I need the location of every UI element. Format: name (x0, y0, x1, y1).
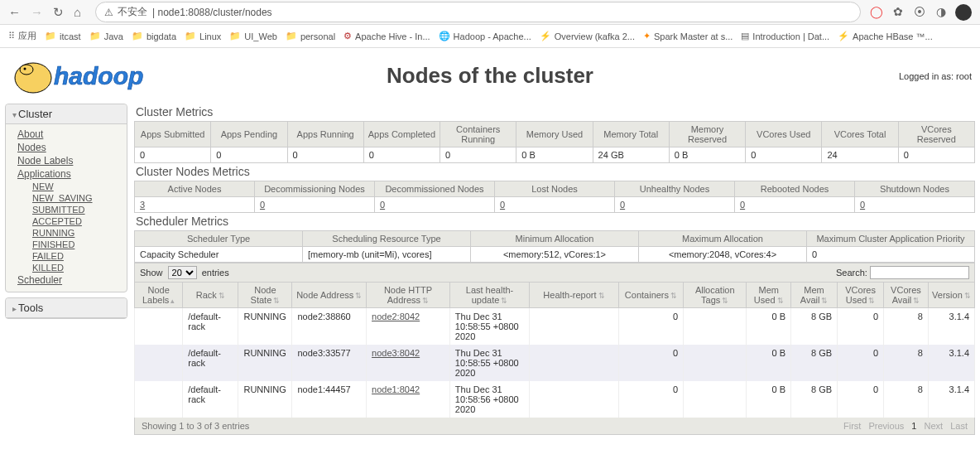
main-content: Cluster Metrics Apps Submitted Apps Pend… (134, 104, 975, 435)
active-nodes-link[interactable]: 3 (135, 197, 255, 213)
node-http-link[interactable]: node3:8042 (372, 348, 420, 358)
sidebar-link-app-killed[interactable]: KILLED (32, 262, 120, 273)
th-addr[interactable]: Node Address⇅ (292, 283, 367, 308)
sidebar-link-nodes[interactable]: Nodes (17, 141, 120, 154)
th-state[interactable]: Node State⇅ (238, 283, 292, 308)
node-http-link[interactable]: node2:8042 (372, 312, 420, 321)
cm-val: 0 (440, 147, 516, 163)
sidebar-link-scheduler[interactable]: Scheduler (17, 273, 120, 287)
extension-icon-3[interactable]: ◑ (934, 5, 949, 20)
cell-state: RUNNING (238, 381, 292, 418)
bookmark-link[interactable]: 🌐Hadoop - Apache... (439, 31, 531, 41)
cell-alloc (684, 308, 747, 345)
sidebar-tools-head[interactable]: Tools (6, 298, 127, 318)
bookmark-link[interactable]: ⚡Apache HBase ™... (838, 31, 933, 41)
sidebar-link-app-failed[interactable]: FAILED (32, 250, 120, 262)
home-button[interactable]: ⌂ (74, 5, 81, 19)
th-health[interactable]: Health-report⇅ (530, 283, 619, 308)
cell-addr: node2:38860 (292, 308, 367, 345)
bookmark-link[interactable]: ✦Spark Master at s... (643, 31, 733, 41)
th-alloc[interactable]: Allocation Tags⇅ (684, 283, 747, 308)
cn-head: Rebooted Nodes (735, 181, 855, 197)
cell-rack: /default-rack (183, 345, 238, 381)
page-last[interactable]: Last (950, 421, 968, 431)
reload-button[interactable]: ↻ (53, 5, 64, 20)
cell-health (530, 381, 619, 418)
rebooted-nodes-link[interactable]: 0 (735, 197, 855, 213)
profile-avatar[interactable] (955, 4, 972, 21)
cell-alloc (684, 381, 747, 418)
bookmark-folder[interactable]: 📁Linux (185, 31, 221, 41)
th-http[interactable]: Node HTTP Address⇅ (367, 283, 450, 308)
cell-update: Thu Dec 31 10:58:55 +0800 2020 (449, 345, 529, 381)
th-version[interactable]: Version⇅ (928, 283, 974, 308)
lost-nodes-link[interactable]: 0 (495, 197, 615, 213)
datatable-info: Showing 1 to 3 of 3 entries (142, 421, 249, 431)
cm-val: 24 (822, 147, 898, 163)
cell-memused: 0 B (747, 308, 791, 345)
shutdown-nodes-link[interactable]: 0 (855, 197, 975, 213)
page-1[interactable]: 1 (911, 421, 916, 431)
bookmark-folder[interactable]: 📁bigdata (132, 31, 176, 41)
bookmark-folder[interactable]: 📁UI_Web (229, 31, 277, 41)
search-input[interactable] (870, 266, 969, 279)
cell-labels (135, 345, 183, 381)
page-prev[interactable]: Previous (868, 421, 904, 431)
sidebar-link-applications[interactable]: Applications (17, 167, 120, 181)
sidebar-link-nodelabels[interactable]: Node Labels (17, 154, 120, 167)
cell-version: 3.1.4 (928, 345, 974, 381)
address-bar[interactable]: ⚠ 不安全 | node1:8088/cluster/nodes (95, 2, 861, 22)
th-memused[interactable]: Mem Used⇅ (747, 283, 791, 308)
th-update[interactable]: Last health-update⇅ (449, 283, 529, 308)
cm-val: 0 B (669, 147, 745, 163)
sidebar-link-app-new[interactable]: NEW (32, 181, 120, 192)
cm-val: 0 (211, 147, 287, 163)
forward-button[interactable]: → (31, 5, 43, 19)
cell-vcavail: 8 (884, 381, 929, 418)
decomm-nodes-link[interactable]: 0 (255, 197, 375, 213)
sidebar-cluster-head[interactable]: Cluster (6, 104, 127, 124)
page-next[interactable]: Next (925, 421, 944, 431)
extension-icon[interactable]: ✿ (891, 5, 906, 20)
th-rack[interactable]: Rack⇅ (183, 283, 238, 308)
entries-label: entries (202, 268, 229, 278)
sidebar-link-app-accepted[interactable]: ACCEPTED (32, 215, 120, 227)
cell-labels (135, 381, 183, 418)
extension-icon-2[interactable]: ⦿ (912, 5, 927, 20)
sidebar-link-app-newsaving[interactable]: NEW_SAVING (32, 192, 120, 204)
bookmark-link[interactable]: ▤Introduction | Dat... (741, 31, 829, 41)
login-info: Logged in as: root (899, 71, 972, 81)
bookmark-link[interactable]: ⚙Apache Hive - In... (343, 31, 430, 41)
th-vcused[interactable]: VCores Used⇅ (838, 283, 884, 308)
sidebar-link-app-running[interactable]: RUNNING (32, 227, 120, 239)
bookmark-folder[interactable]: 📁itcast (45, 31, 81, 41)
sidebar-link-app-submitted[interactable]: SUBMITTED (32, 204, 120, 215)
cell-update: Thu Dec 31 10:58:56 +0800 2020 (449, 381, 529, 418)
node-http-link[interactable]: node1:8042 (372, 384, 420, 394)
cell-state: RUNNING (238, 345, 292, 381)
cell-health (530, 345, 619, 381)
apps-button[interactable]: ⠿应用 (8, 30, 36, 42)
bookmark-folder[interactable]: 📁Java (89, 31, 123, 41)
back-button[interactable]: ← (8, 5, 21, 19)
sm-head: Maximum Allocation (639, 231, 807, 247)
sm-val: 0 (807, 247, 975, 263)
cm-head: Memory Reserved (669, 122, 745, 147)
th-vcavail[interactable]: VCores Avail⇅ (884, 283, 929, 308)
opera-icon[interactable]: ◯ (869, 5, 884, 20)
th-labels[interactable]: Node Labels▴ (135, 283, 183, 308)
cell-addr: node3:33577 (292, 345, 367, 381)
cell-vcused: 0 (838, 381, 884, 418)
unhealthy-nodes-link[interactable]: 0 (615, 197, 735, 213)
page-first[interactable]: First (843, 421, 861, 431)
sidebar-link-app-finished[interactable]: FINISHED (32, 239, 120, 250)
decommed-nodes-link[interactable]: 0 (375, 197, 495, 213)
bookmark-link[interactable]: ⚡Overview (kafka 2... (540, 31, 635, 41)
th-memavail[interactable]: Mem Avail⇅ (791, 283, 838, 308)
sidebar-link-about[interactable]: About (17, 128, 120, 141)
cm-val: 0 (135, 147, 211, 163)
th-containers[interactable]: Containers⇅ (618, 283, 683, 308)
section-cluster-metrics: Cluster Metrics (136, 105, 975, 118)
bookmark-folder[interactable]: 📁personal (286, 31, 335, 41)
page-size-select[interactable]: 20 (168, 266, 197, 279)
